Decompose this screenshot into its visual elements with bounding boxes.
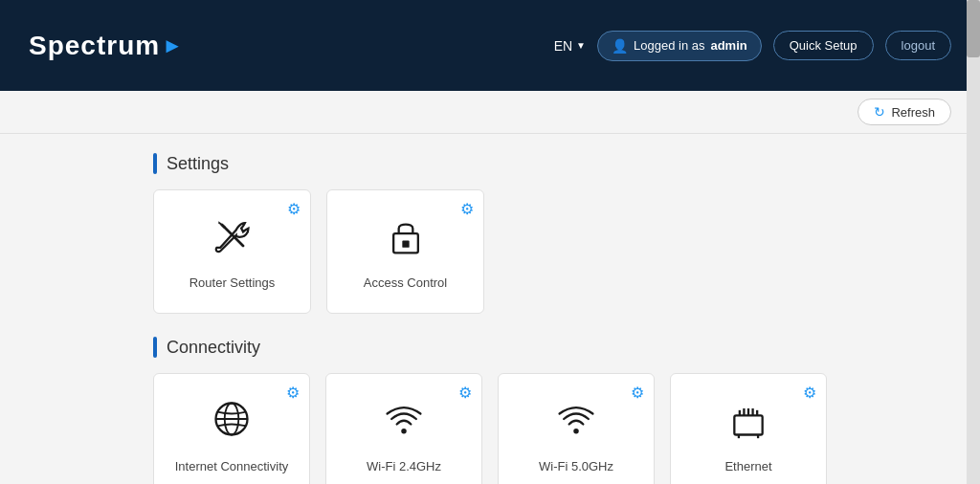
wifi-24-label: Wi-Fi 2.4GHz <box>367 459 441 473</box>
sub-header: ↻ Refresh <box>0 91 980 134</box>
settings-section-border <box>153 153 157 174</box>
logo-arrow: ► <box>162 33 183 58</box>
access-control-card[interactable]: ⚙ Access Control <box>326 189 484 314</box>
connectivity-section-title: Connectivity <box>167 338 260 358</box>
wifi-50-label: Wi-Fi 5.0GHz <box>539 459 613 473</box>
logo: Spectrum► <box>29 31 183 61</box>
svg-rect-2 <box>402 240 409 247</box>
header-right: EN ▼ 👤 Logged in as admin Quick Setup lo… <box>554 31 951 61</box>
wifi-50-gear-icon[interactable]: ⚙ <box>631 384 644 402</box>
wifi-50-card[interactable]: ⚙ Wi-Fi 5.0GHz <box>498 373 655 484</box>
router-settings-card[interactable]: ⚙ Router Settings <box>153 189 311 314</box>
logged-in-prefix: Logged in as <box>634 38 704 53</box>
router-settings-label: Router Settings <box>189 275 276 290</box>
connectivity-section-border <box>153 337 157 358</box>
svg-point-7 <box>573 429 579 434</box>
scrollbar-thumb[interactable] <box>967 0 980 57</box>
logout-button[interactable]: logout <box>885 31 951 60</box>
ethernet-card[interactable]: ⚙ Etherne <box>670 373 827 484</box>
svg-point-6 <box>401 429 407 434</box>
quick-setup-button[interactable]: Quick Setup <box>773 31 874 60</box>
wifi-icon <box>383 398 425 450</box>
ethernet-gear-icon[interactable]: ⚙ <box>803 384 816 402</box>
logo-text: Spectrum <box>29 31 160 61</box>
lock-icon <box>385 214 427 266</box>
refresh-label: Refresh <box>891 105 935 120</box>
refresh-icon: ↻ <box>874 104 885 120</box>
settings-section-title: Settings <box>167 154 229 174</box>
language-arrow: ▼ <box>576 40 586 51</box>
connectivity-cards-row: ⚙ Internet Connectivity ⚙ <box>153 373 827 484</box>
internet-connectivity-card[interactable]: ⚙ Internet Connectivity <box>153 373 310 484</box>
wifi5-icon <box>555 398 597 450</box>
svg-rect-8 <box>734 415 762 434</box>
wifi-24-gear-icon[interactable]: ⚙ <box>458 384 472 402</box>
main-content: Settings ⚙ Router Settings <box>0 134 980 484</box>
language-label: EN <box>554 38 572 54</box>
language-selector[interactable]: EN ▼ <box>554 38 586 54</box>
user-icon: 👤 <box>612 38 628 54</box>
settings-section-header: Settings <box>153 153 827 174</box>
access-control-label: Access Control <box>364 275 447 290</box>
globe-icon <box>211 398 253 450</box>
connectivity-section-header: Connectivity <box>153 337 827 358</box>
settings-cards-row: ⚙ Router Settings ⚙ <box>153 189 827 314</box>
access-control-gear-icon[interactable]: ⚙ <box>460 200 474 218</box>
logged-in-button[interactable]: 👤 Logged in as admin <box>597 31 762 61</box>
router-settings-gear-icon[interactable]: ⚙ <box>287 200 301 218</box>
logged-in-user: admin <box>710 38 746 53</box>
internet-connectivity-label: Internet Connectivity <box>175 459 289 473</box>
scrollbar[interactable] <box>967 0 980 484</box>
ethernet-icon <box>727 398 769 450</box>
ethernet-label: Ethernet <box>724 459 771 473</box>
header: Spectrum► EN ▼ 👤 Logged in as admin Quic… <box>0 0 980 91</box>
refresh-button[interactable]: ↻ Refresh <box>858 99 951 125</box>
wifi-24-card[interactable]: ⚙ Wi-Fi 2.4GHz <box>325 373 482 484</box>
internet-gear-icon[interactable]: ⚙ <box>286 384 300 402</box>
tools-icon <box>212 214 254 266</box>
